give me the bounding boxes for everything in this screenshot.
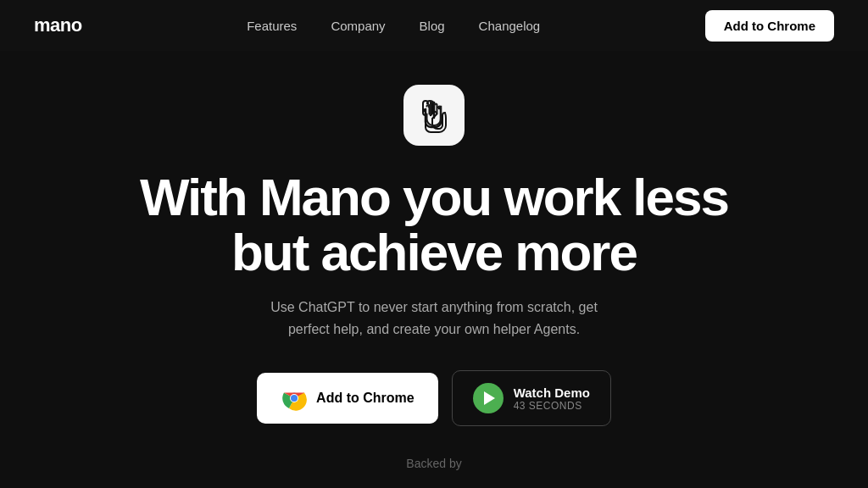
add-to-chrome-button[interactable]: Add to Chrome: [257, 373, 438, 424]
app-icon: [403, 85, 465, 146]
mano-app-icon: [415, 97, 453, 134]
chrome-icon: [281, 385, 308, 412]
nav-links: Features Company Blog Changelog: [247, 19, 540, 33]
hero-section: With Mano you work less but achieve more…: [0, 51, 868, 470]
nav-link-changelog[interactable]: Changelog: [479, 19, 541, 33]
navbar: mano Features Company Blog Changelog Add…: [0, 0, 868, 51]
watch-demo-text: Watch Demo 43 SECONDS: [514, 385, 590, 412]
svg-point-2: [291, 395, 298, 402]
hero-subtext: Use ChatGPT to never start anything from…: [264, 297, 604, 340]
nav-link-features[interactable]: Features: [247, 19, 297, 33]
headline: With Mano you work less but achieve more: [140, 169, 728, 280]
backed-by-text: Backed by: [406, 457, 461, 470]
play-icon: [473, 383, 504, 413]
logo: mano: [34, 14, 82, 36]
nav-link-blog[interactable]: Blog: [420, 19, 445, 33]
cta-buttons-row: Add to Chrome Watch Demo 43 SECONDS: [257, 370, 611, 426]
watch-demo-label: Watch Demo: [514, 385, 590, 400]
watch-demo-duration: 43 SECONDS: [514, 400, 582, 412]
watch-demo-button[interactable]: Watch Demo 43 SECONDS: [452, 370, 611, 426]
nav-link-company[interactable]: Company: [331, 19, 385, 33]
nav-add-to-chrome-button[interactable]: Add to Chrome: [705, 10, 834, 42]
